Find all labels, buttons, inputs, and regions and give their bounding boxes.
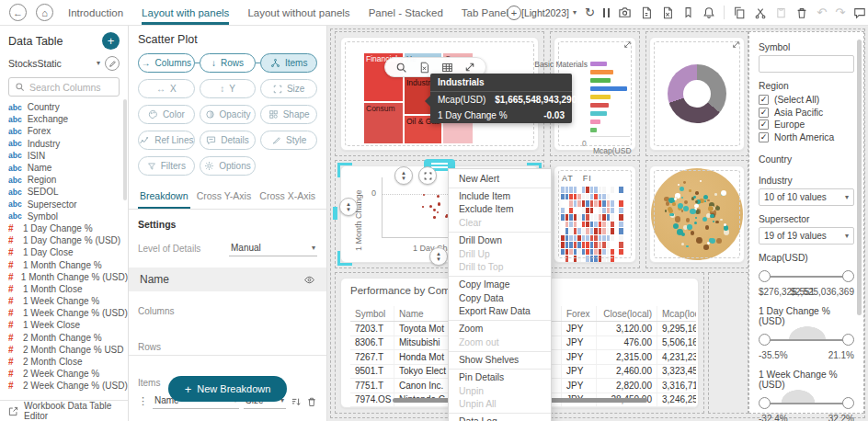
add-tab-button[interactable]: +: [507, 6, 521, 20]
y-shelf-handle[interactable]: ▲▼: [339, 198, 358, 216]
context-menu-item[interactable]: Include Item: [449, 188, 551, 203]
context-menu-item[interactable]: Show Shelves: [449, 351, 551, 367]
refresh-button[interactable]: ↻: [585, 6, 595, 19]
zoom-icon[interactable]: [395, 62, 407, 74]
shelf-items[interactable]: Items: [260, 53, 317, 73]
undo-button[interactable]: ↶: [817, 6, 827, 19]
context-menu-item[interactable]: Pin Details: [449, 369, 551, 384]
workbook-tab[interactable]: Layout without panels: [247, 0, 349, 25]
column-list-item[interactable]: abc Exchange: [8, 113, 128, 125]
bar-row[interactable]: [554, 126, 630, 134]
shelf-y[interactable]: ↕Y: [200, 79, 257, 98]
redo-button[interactable]: ↷: [835, 6, 845, 19]
context-menu-item[interactable]: Zoom out: [449, 336, 551, 349]
shelf-ref-lines[interactable]: Ref Lines: [138, 131, 195, 150]
column-list-item[interactable]: # 2 Month Change % USD: [8, 344, 128, 356]
column-list-item[interactable]: abc Forex: [8, 125, 128, 137]
snapshot-button[interactable]: [618, 6, 632, 19]
shelf-style[interactable]: Style: [260, 131, 317, 150]
region-checkbox-row[interactable]: ✓ North America: [759, 131, 854, 144]
copy-button[interactable]: [733, 6, 746, 19]
column-list-item[interactable]: # 1 Month Change % (USD): [8, 271, 128, 283]
slider-handle-min[interactable]: [759, 334, 771, 346]
column-list-item[interactable]: abc Supersector: [8, 199, 128, 210]
pause-button[interactable]: [603, 8, 611, 17]
shelf-shape[interactable]: Shape: [260, 105, 317, 124]
column-list-item[interactable]: abc Symbol: [8, 210, 128, 222]
column-list-item[interactable]: abc Industry: [8, 138, 128, 150]
cut-button[interactable]: [754, 6, 767, 19]
bookmark-button[interactable]: [682, 6, 694, 18]
context-menu-item[interactable]: Copy Data: [449, 291, 551, 305]
week-change-range-slider[interactable]: [759, 393, 854, 414]
table-view-icon[interactable]: [441, 62, 453, 74]
context-menu-item[interactable]: Export Raw Data: [449, 305, 551, 319]
workbook-tab[interactable]: Introduction: [68, 0, 123, 25]
expand-icon[interactable]: [464, 62, 475, 73]
sidebar-scrollbar[interactable]: [123, 99, 127, 200]
breakdown-level-row[interactable]: Name: [129, 267, 326, 291]
export-excel-button[interactable]: [661, 6, 674, 19]
slider-handle-min[interactable]: [759, 270, 771, 282]
column-list-item[interactable]: # 1 Day Change % (USD): [8, 234, 128, 246]
column-list-item[interactable]: # 1 Day Change %: [8, 222, 128, 234]
context-menu-item[interactable]: Clear: [449, 216, 551, 230]
expand-icon[interactable]: [623, 40, 632, 49]
circlepack-panel[interactable]: [649, 165, 745, 263]
symbol-filter-input[interactable]: [759, 55, 854, 73]
checkbox[interactable]: ✓: [759, 132, 769, 142]
data-table-name[interactable]: StocksStatic: [8, 58, 97, 69]
slider-handle-max[interactable]: [842, 334, 854, 346]
slider-handle-max[interactable]: [842, 270, 854, 282]
column-list-item[interactable]: # 1 Month Close: [8, 283, 128, 295]
donut-chart[interactable]: [668, 64, 726, 123]
shelf-opacity[interactable]: Opacity: [200, 105, 257, 124]
paste-button[interactable]: [775, 6, 787, 18]
circlepack-chart[interactable]: [651, 168, 743, 260]
shelf-x[interactable]: ↔X: [138, 79, 195, 98]
column-search-input[interactable]: [29, 82, 112, 93]
breakdown-tab[interactable]: Breakdown: [138, 187, 190, 209]
workbook-tab[interactable]: Layout with panels: [142, 0, 229, 25]
shelf-details[interactable]: Details: [200, 131, 257, 150]
breakdown-tab[interactable]: Cross Y-Axis: [195, 187, 254, 209]
shelf-options[interactable]: Options: [200, 156, 257, 176]
home-button[interactable]: ⌂: [36, 4, 53, 21]
column-list-item[interactable]: # 2 Week Change %: [8, 368, 128, 380]
context-menu-item[interactable]: Data Log: [449, 413, 551, 421]
caret-down-icon[interactable]: ▾: [97, 60, 100, 67]
shelf-color[interactable]: Color: [138, 105, 195, 124]
table-header[interactable]: Forex: [562, 306, 597, 321]
context-menu-item[interactable]: Unpin: [449, 384, 551, 398]
table-header[interactable]: Mcap(local): [657, 306, 696, 321]
supersector-filter-select[interactable]: 19 of 19 values ▾: [759, 227, 854, 245]
excel-export-icon[interactable]: [418, 62, 430, 74]
shelf-rows[interactable]: ↓Rows: [200, 53, 257, 73]
table-header[interactable]: Close(local): [597, 306, 657, 321]
column-list-item[interactable]: # 1 Week Change % (USD): [8, 307, 128, 319]
x-shelf-handle[interactable]: ▲▼: [429, 247, 448, 266]
column-list-item[interactable]: abc Region: [8, 174, 128, 186]
column-list-item[interactable]: abc Country: [8, 101, 128, 113]
table-header[interactable]: Symbol: [350, 306, 394, 321]
back-button[interactable]: ←: [9, 4, 27, 21]
add-data-table-button[interactable]: +: [102, 32, 120, 50]
resize-handle[interactable]: [418, 166, 437, 185]
filters-scrollbar[interactable]: [857, 40, 862, 315]
column-list-item[interactable]: # 2 Month Close: [8, 356, 128, 368]
column-list-item[interactable]: abc SEDOL: [8, 186, 128, 198]
column-list-item[interactable]: # 2 Month Change %: [8, 332, 128, 344]
mcap-range-slider[interactable]: [759, 267, 854, 287]
checkbox[interactable]: ✓: [759, 119, 769, 130]
context-menu-item[interactable]: Unpin All: [449, 397, 551, 411]
context-menu-item[interactable]: Copy Image: [449, 276, 551, 291]
delete-button[interactable]: [795, 6, 808, 19]
swap-axis-handle[interactable]: ▲▼: [394, 166, 413, 185]
context-menu-item[interactable]: Exclude Item: [449, 203, 551, 217]
shelf-columns[interactable]: →Columns: [138, 53, 195, 73]
context-menu-item[interactable]: Drill Down: [449, 232, 551, 247]
expand-icon[interactable]: [732, 40, 740, 49]
column-list-item[interactable]: # 1 Week Close: [8, 319, 128, 331]
industry-filter-select[interactable]: 10 of 10 values ▾: [759, 188, 854, 206]
slider-handle-min[interactable]: [759, 397, 771, 409]
